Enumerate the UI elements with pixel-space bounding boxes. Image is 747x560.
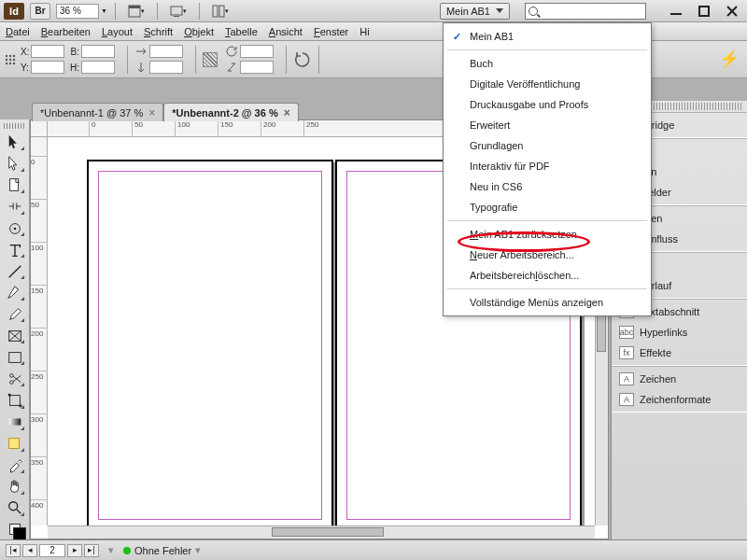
page-field[interactable] bbox=[39, 544, 65, 557]
tool-arrow[interactable] bbox=[4, 133, 26, 152]
titlebar: Id Br ▼ ▾ ▾ ▾ Mein AB1 bbox=[0, 0, 747, 22]
workspace-menu-item[interactable]: Mein AB1 zurücksetzen bbox=[445, 224, 649, 245]
last-page-button[interactable]: ▸| bbox=[84, 544, 99, 557]
maximize-button[interactable] bbox=[698, 6, 710, 17]
preflight-status[interactable]: Ohne Fehler ▾ bbox=[123, 544, 201, 556]
ruler-tick: 50 bbox=[132, 120, 143, 137]
menu-ansicht[interactable]: Ansicht bbox=[269, 26, 303, 37]
rotate-cw-icon[interactable] bbox=[293, 50, 312, 69]
tab-close-icon[interactable]: × bbox=[284, 106, 290, 119]
flip-icon[interactable] bbox=[203, 52, 218, 67]
ruler-origin[interactable] bbox=[31, 120, 48, 137]
panel-icon: A bbox=[619, 372, 634, 385]
tool-pen[interactable] bbox=[4, 283, 26, 302]
minimize-button[interactable] bbox=[670, 6, 682, 17]
prev-page-button[interactable]: ◂ bbox=[22, 544, 37, 557]
tool-pencil[interactable] bbox=[4, 304, 26, 324]
menu-objekt[interactable]: Objekt bbox=[184, 26, 214, 37]
panel-zeichenformate[interactable]: AZeichenformate bbox=[612, 389, 747, 410]
svg-rect-1 bbox=[129, 6, 140, 8]
height-field[interactable] bbox=[81, 61, 115, 74]
svg-rect-2 bbox=[171, 7, 182, 15]
tools-grip-icon[interactable] bbox=[4, 123, 26, 129]
fill-stroke-swatch[interactable] bbox=[4, 520, 26, 539]
workspace-menu-item[interactable]: Buch bbox=[445, 53, 649, 74]
workspace-switcher[interactable]: Mein AB1 bbox=[440, 3, 510, 20]
tool-type[interactable] bbox=[4, 240, 26, 259]
tab-close-icon[interactable]: × bbox=[148, 106, 155, 119]
workspace-label: Mein AB1 bbox=[446, 6, 490, 17]
tool-zoom[interactable] bbox=[4, 498, 26, 518]
tool-gradient[interactable] bbox=[4, 413, 26, 432]
workspace-menu-item[interactable]: Interaktiv für PDF bbox=[445, 156, 649, 176]
horizontal-scrollbar[interactable] bbox=[48, 525, 595, 539]
workspace-menu-item[interactable]: Neu in CS6 bbox=[445, 176, 649, 197]
workspace-menu-item[interactable]: Digitale Veröffentlichung bbox=[445, 74, 649, 94]
y-label: Y: bbox=[21, 63, 29, 73]
workspace-menu-item[interactable]: Grundlagen bbox=[445, 135, 649, 156]
tool-rect-frame[interactable] bbox=[4, 326, 26, 345]
menu-layout[interactable]: Layout bbox=[102, 26, 133, 37]
tool-scissors[interactable] bbox=[4, 369, 26, 388]
scale-y-field[interactable] bbox=[149, 61, 183, 74]
tool-direct[interactable] bbox=[4, 154, 26, 174]
quick-apply-icon[interactable]: ⚡ bbox=[719, 49, 740, 69]
panel-hyperlinks[interactable]: abcHyperlinks bbox=[612, 322, 747, 343]
y-field[interactable] bbox=[31, 61, 64, 74]
screen-mode-icon[interactable]: ▾ bbox=[165, 3, 191, 20]
workspace-menu-item[interactable]: Druckausgabe und Proofs bbox=[445, 94, 649, 115]
tool-eyedrop[interactable] bbox=[4, 455, 26, 475]
bridge-button[interactable]: Br bbox=[30, 3, 50, 20]
zoom-level[interactable]: ▼ bbox=[56, 4, 107, 19]
search-input[interactable] bbox=[541, 5, 634, 18]
width-field[interactable] bbox=[81, 45, 115, 58]
workspace-menu-item[interactable]: Mein AB1 bbox=[445, 26, 649, 47]
ruler-tick: 100 bbox=[31, 242, 48, 252]
zoom-input[interactable] bbox=[56, 4, 99, 19]
status-bar: |◂ ◂ ▸ ▸| ▾ Ohne Fehler ▾ bbox=[0, 539, 747, 560]
tool-page[interactable] bbox=[4, 175, 26, 195]
tool-note[interactable] bbox=[4, 434, 26, 454]
menu-schrift[interactable]: Schrift bbox=[144, 26, 173, 37]
first-page-button[interactable]: |◂ bbox=[6, 544, 21, 557]
document-tab[interactable]: *Unbenannt-2 @ 36 %× bbox=[163, 103, 298, 121]
panel-effekte[interactable]: fxEffekte bbox=[612, 343, 747, 363]
tool-rect[interactable] bbox=[4, 347, 26, 367]
svg-rect-5 bbox=[219, 6, 224, 17]
tool-transform[interactable] bbox=[4, 390, 26, 410]
workspace-menu-item[interactable]: Vollständige Menüs anzeigen bbox=[445, 292, 649, 313]
scale-x-field[interactable] bbox=[149, 45, 183, 58]
ref-point-icon[interactable] bbox=[4, 53, 17, 66]
workspace-menu-item[interactable]: Neuer Arbeitsbereich... bbox=[445, 245, 649, 265]
panel-zeichen[interactable]: AZeichen bbox=[612, 369, 747, 389]
workspace-menu-item[interactable]: Erweitert bbox=[445, 115, 649, 135]
shear-field[interactable] bbox=[240, 61, 274, 74]
tool-hand[interactable] bbox=[4, 477, 26, 497]
window-controls bbox=[670, 6, 738, 17]
workspace-menu-item[interactable]: Arbeitsbereich löschen... bbox=[445, 265, 649, 286]
svg-point-8 bbox=[13, 54, 15, 56]
workspace-menu-item[interactable]: Typografie bbox=[445, 197, 649, 217]
next-page-button[interactable]: ▸ bbox=[67, 544, 82, 557]
menu-tabelle[interactable]: Tabelle bbox=[225, 26, 258, 37]
tool-line[interactable] bbox=[4, 261, 26, 281]
svg-point-21 bbox=[9, 381, 13, 385]
vertical-ruler[interactable]: 050100150200250300350400 bbox=[31, 137, 48, 525]
view-options-icon[interactable]: ▾ bbox=[123, 3, 149, 20]
help-search[interactable] bbox=[525, 3, 646, 20]
page-left[interactable] bbox=[87, 160, 333, 525]
close-button[interactable] bbox=[726, 6, 738, 17]
menu-bearbeiten[interactable]: Bearbeiten bbox=[41, 26, 91, 37]
svg-point-27 bbox=[8, 502, 17, 511]
scale-y-icon bbox=[134, 61, 148, 74]
menu-fenster[interactable]: Fenster bbox=[314, 26, 348, 37]
menu-datei[interactable]: Datei bbox=[6, 26, 30, 37]
x-field[interactable] bbox=[31, 45, 64, 58]
h-label: H: bbox=[70, 63, 79, 73]
tool-content[interactable] bbox=[4, 218, 26, 238]
rotate-field[interactable] bbox=[240, 45, 274, 58]
menu-hilfe[interactable]: Hi bbox=[359, 26, 369, 37]
document-tab[interactable]: *Unbenannt-1 @ 37 %× bbox=[32, 103, 163, 121]
tool-gap[interactable] bbox=[4, 197, 26, 217]
arrange-docs-icon[interactable]: ▾ bbox=[207, 3, 233, 20]
